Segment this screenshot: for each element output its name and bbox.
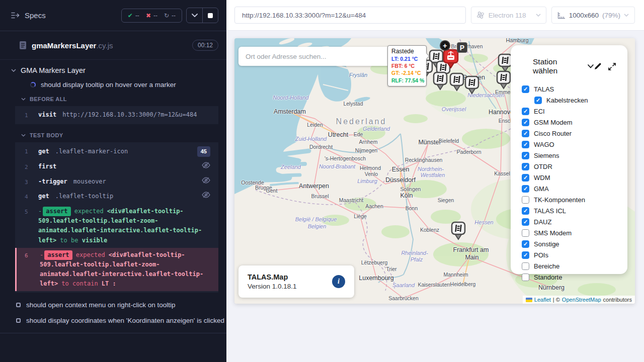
assert-passed-row[interactable]: 5 -assert expected <div#leaflet-tooltip-… [15,204,218,248]
checkbox-checked-icon[interactable]: ✓ [522,251,529,259]
checkbox-unchecked-icon[interactable] [522,196,529,204]
station-filter-wdm[interactable]: ✓WDM [522,174,616,182]
fullscreen-button[interactable] [608,62,616,71]
map-label: 's-Hertogenbosch [325,155,366,161]
station-filter-sms-modem[interactable]: SMS Modem [522,229,616,237]
spec-file-row[interactable]: gmaMarkersLayer.cy.js 00:12 [0,31,226,60]
command-message: .leaflet-marker-icon [55,147,128,156]
station-marker[interactable] [496,70,511,92]
command-row[interactable]: 3 -trigger mouseover [15,174,218,190]
checkbox-unchecked-icon[interactable] [522,262,529,270]
station-marker[interactable] [433,71,448,93]
map-label: Noord-Holland [273,95,309,101]
map-label: Helmond [360,165,381,171]
assert-prefix: expected [74,208,104,215]
collapse-all-button[interactable] [187,8,202,23]
tooltip-measurement: FBT: 6 °C [391,62,423,69]
station-filter-gsm-modem[interactable]: ✓GSM Modem [522,119,616,126]
map-label: Ede [354,131,363,137]
station-filter-sonstige[interactable]: ✓Sonstige [522,240,616,248]
stop-button[interactable] [202,8,218,23]
expand-cluster-marker[interactable]: + [440,40,450,51]
invisible-eye-icon [202,177,210,184]
info-button[interactable]: i [332,275,345,288]
checkbox-label: GMA [534,185,549,193]
pending-test-row[interactable]: should open context menu on right-click … [0,293,226,309]
station-filter-dauz[interactable]: ✓DAUZ [522,218,616,226]
map-label: Frankfurt am [453,246,489,253]
suite-header[interactable]: GMA Markers Layer [0,60,226,74]
station-filter-eci[interactable]: ✓ECI [522,108,616,115]
map-label: Westfalen [421,172,445,178]
checkbox-checked-icon[interactable]: ✓ [522,141,529,148]
stat-pending: ↻ -- [164,12,176,19]
leaflet-link[interactable]: Leaflet [534,297,551,303]
station-filter-wago[interactable]: ✓WAGO [522,141,616,148]
address-bar[interactable]: http://192.168.10.33:3000/?m=12&u=484 [234,7,466,24]
assert-failed-row[interactable]: 6 -assert expected <div#leaflet-tooltip-… [15,248,218,292]
cypress-reporter: Specs ✔ -- ✖ -- ↻ -- [0,0,226,362]
command-row[interactable]: 4 get .leaflet-tooltip [15,189,218,204]
checkbox-checked-icon[interactable]: ✓ [522,207,529,215]
x-icon: ✖ [146,13,151,19]
ruler-icon [557,12,566,19]
station-filter-talas[interactable]: ✓TALAS [522,85,616,93]
checkbox-unchecked-icon[interactable] [522,274,529,281]
station-marker[interactable] [464,75,479,97]
leaflet-map[interactable]: HamburgBremerhavenBremenNiedersachsenHan… [234,38,635,304]
assert-expected-value: visible [82,237,108,244]
station-filter-pois[interactable]: ✓POIs [522,251,616,259]
checkbox-checked-icon[interactable]: ✓ [522,130,529,137]
test-body-section[interactable]: TEST BODY [0,125,226,142]
station-filter-bereiche[interactable]: Bereiche [522,262,616,270]
edit-button[interactable] [594,62,602,70]
alarm-marker[interactable] [443,49,459,71]
command-row[interactable]: 1 visit http://192.168.10.33:3000/?m=12&… [15,108,218,123]
map-label: Noord-Brabant [319,163,355,169]
pending-test-row[interactable]: should display coordinates when 'Koordin… [0,309,226,324]
active-test-row[interactable]: should display tooltip on hover over a m… [0,74,226,88]
map-label: Nijmegen [355,147,377,153]
checkbox-checked-icon[interactable]: ✓ [522,174,529,182]
station-filter-kabelstrecken[interactable]: ✓Kabelstrecken [534,97,616,104]
station-filter-cisco-router[interactable]: ✓Cisco Router [522,130,616,137]
checkbox-checked-icon[interactable]: ✓ [522,152,529,159]
station-filter-tk-komponenten[interactable]: TK-Komponenten [522,196,616,204]
viewport-info[interactable]: 1000x660 (79%) [551,7,635,24]
aut-viewport: HamburgBremerhavenBremenNiedersachsenHan… [226,31,644,362]
station-filter-standorte[interactable]: Standorte [522,274,616,281]
station-filter-talas-icl[interactable]: ✓TALAS ICL [522,207,616,215]
checkbox-checked-icon[interactable]: ✓ [522,185,529,193]
browser-selector[interactable]: Electron 118 [471,7,546,24]
checkbox-checked-icon[interactable]: ✓ [522,119,529,126]
station-marker[interactable] [449,72,464,94]
checkbox-checked-icon[interactable]: ✓ [522,218,529,226]
checkbox-checked-icon[interactable]: ✓ [522,108,529,115]
osm-link[interactable]: OpenStreetMap [562,297,601,303]
command-message: http://192.168.10.33:3000/?m=12&u=484 [62,110,197,120]
checkbox-checked-icon[interactable]: ✓ [522,163,529,170]
checkbox-checked-icon[interactable]: ✓ [522,240,529,248]
command-row[interactable]: 2 first [15,159,218,174]
checkbox-label: Bereiche [534,262,559,270]
station-filter-gma[interactable]: ✓GMA [522,185,616,193]
map-attribution: Leaflet | © OpenStreetMap contributors [523,296,635,304]
checkbox-unchecked-icon[interactable] [522,229,529,237]
checkbox-checked-icon[interactable]: ✓ [534,97,542,104]
search-input[interactable] [238,53,391,60]
station-filter-siemens[interactable]: ✓Siemens [522,152,616,159]
station-select-dropdown[interactable]: Station wählen [533,57,594,75]
assert-badge: assert [44,250,72,260]
checkbox-label: Sonstige [534,240,559,248]
marker-tooltip[interactable]: Rastede LT: 0.21 °CFBT: 6 °CGT: -2.14 °C… [387,45,427,86]
station-filter-otdr[interactable]: ✓OTDR [522,163,616,170]
pending-test-icon [16,318,21,323]
map-label: Düsseldorf [385,176,416,184]
map-label: Paderborn [456,149,481,155]
checkbox-checked-icon[interactable]: ✓ [522,85,529,93]
specs-menu-button[interactable]: Specs [11,11,46,20]
station-marker[interactable] [451,221,466,242]
before-all-section[interactable]: BEFORE ALL [0,88,226,106]
parking-marker[interactable]: P [457,42,467,53]
command-row[interactable]: 1 get .leaflet-marker-icon 45 [15,144,218,160]
